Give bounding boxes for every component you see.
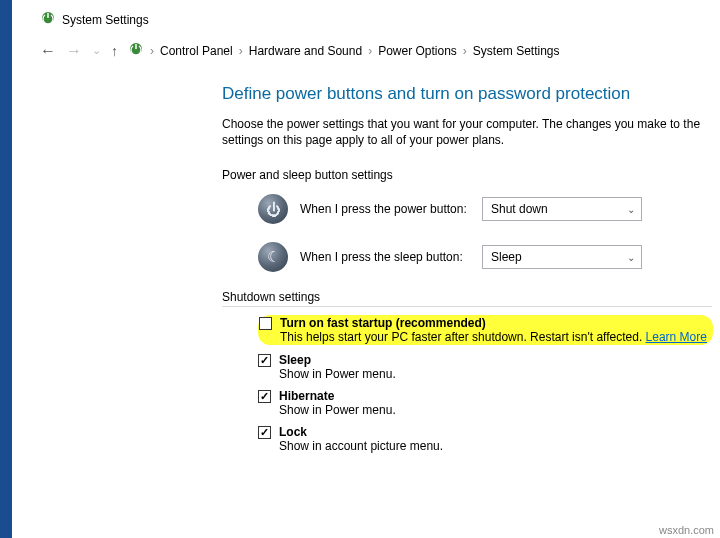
hibernate-desc: Show in Power menu. (279, 403, 720, 417)
power-button-value: Shut down (491, 202, 548, 216)
left-accent-strip (0, 0, 12, 538)
lock-checkbox[interactable] (258, 426, 271, 439)
titlebar: System Settings (12, 8, 720, 37)
content-pane: Define power buttons and turn on passwor… (12, 66, 720, 453)
power-button-row: ⏻ When I press the power button: Shut do… (258, 194, 720, 224)
window-title: System Settings (62, 13, 149, 27)
sleep-button-row: ☾ When I press the sleep button: Sleep ⌄ (258, 242, 720, 272)
breadcrumb-power-options[interactable]: Power Options (378, 44, 457, 58)
back-button[interactable]: ← (40, 42, 56, 60)
sleep-button-label: When I press the sleep button: (300, 250, 470, 264)
lock-label: Lock (279, 425, 307, 439)
chevron-right-icon: › (461, 44, 469, 58)
window-area: System Settings ← → ⌄ ↑ › Control Panel … (12, 0, 720, 538)
chevron-right-icon: › (237, 44, 245, 58)
nav-toolbar: ← → ⌄ ↑ › Control Panel › Hardware and S… (12, 37, 720, 66)
sleep-desc: Show in Power menu. (279, 367, 720, 381)
power-options-icon (40, 10, 56, 29)
sleep-icon: ☾ (258, 242, 288, 272)
sleep-button-select[interactable]: Sleep ⌄ (482, 245, 642, 269)
shutdown-options: Turn on fast startup (recommended) This … (258, 315, 720, 453)
fast-startup-label: Turn on fast startup (recommended) (280, 316, 486, 330)
hibernate-checkbox[interactable] (258, 390, 271, 403)
chevron-right-icon: › (366, 44, 374, 58)
breadcrumb-control-panel[interactable]: Control Panel (160, 44, 233, 58)
shutdown-settings-heading: Shutdown settings (222, 290, 712, 307)
up-button[interactable]: ↑ (111, 43, 118, 59)
sleep-button-value: Sleep (491, 250, 522, 264)
chevron-right-icon: › (148, 44, 156, 58)
chevron-down-icon: ⌄ (627, 204, 635, 215)
hibernate-label: Hibernate (279, 389, 334, 403)
breadcrumb: › Control Panel › Hardware and Sound › P… (128, 41, 560, 60)
breadcrumb-hardware-sound[interactable]: Hardware and Sound (249, 44, 362, 58)
chevron-down-icon: ⌄ (627, 252, 635, 263)
fast-startup-desc: This helps start your PC faster after sh… (280, 330, 707, 344)
fast-startup-checkbox[interactable] (259, 317, 272, 330)
highlight-marker: Turn on fast startup (recommended) This … (258, 315, 713, 345)
power-button-select[interactable]: Shut down ⌄ (482, 197, 642, 221)
page-description: Choose the power settings that you want … (222, 116, 720, 148)
breadcrumb-system-settings[interactable]: System Settings (473, 44, 560, 58)
power-icon: ⏻ (258, 194, 288, 224)
page-title: Define power buttons and turn on passwor… (222, 84, 720, 104)
forward-button: → (66, 42, 82, 60)
option-sleep: Sleep Show in Power menu. (258, 353, 720, 381)
recent-dropdown[interactable]: ⌄ (92, 44, 101, 57)
power-button-label: When I press the power button: (300, 202, 470, 216)
watermark: wsxdn.com (659, 524, 714, 536)
sleep-label: Sleep (279, 353, 311, 367)
lock-desc: Show in account picture menu. (279, 439, 720, 453)
sleep-checkbox[interactable] (258, 354, 271, 367)
power-sleep-heading: Power and sleep button settings (222, 168, 720, 182)
power-options-icon (128, 41, 144, 60)
option-lock: Lock Show in account picture menu. (258, 425, 720, 453)
option-hibernate: Hibernate Show in Power menu. (258, 389, 720, 417)
option-fast-startup: Turn on fast startup (recommended) This … (258, 315, 720, 345)
learn-more-link[interactable]: Learn More (646, 330, 707, 344)
